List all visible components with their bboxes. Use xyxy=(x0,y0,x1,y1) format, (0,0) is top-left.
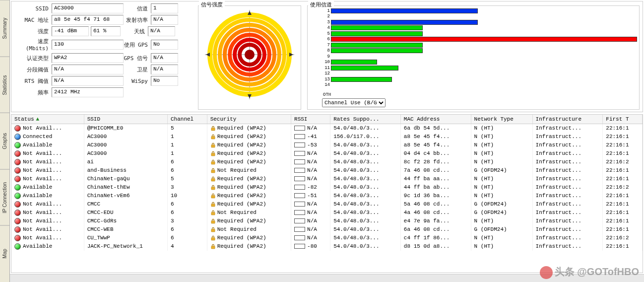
infra-cell: Infrastruct... xyxy=(532,217,603,225)
rssi-bar-icon xyxy=(294,202,305,207)
tab-map[interactable]: Map xyxy=(0,225,9,282)
ssid-cell: JACK-PC_Network_1 xyxy=(84,242,167,251)
mac-cell: c4 ff 1f 86... xyxy=(400,234,471,242)
nettype-cell: G (OFDM24) xyxy=(471,200,532,209)
status-text: Not Avail... xyxy=(23,218,62,224)
svg-rect-16 xyxy=(211,144,214,147)
status-text: Available xyxy=(23,243,52,249)
mac-cell: 44 ff ba aa... xyxy=(400,175,471,183)
col-header[interactable]: Network Type xyxy=(471,115,532,124)
channel-cell: 1 xyxy=(168,149,207,158)
table-row[interactable]: Not Avail...AC30001Required (WPA2)N/A54.… xyxy=(11,149,643,158)
status-orb-icon xyxy=(14,142,21,148)
table-row[interactable]: AvailableJACK-PC_Network_14Required (WPA… xyxy=(11,242,643,251)
ssid-cell: CMCC-WEB xyxy=(84,225,167,234)
lock-icon xyxy=(210,142,217,148)
infra-cell: Infrastruct... xyxy=(532,141,603,149)
infra-cell: Infrastruct... xyxy=(532,200,603,209)
table-row[interactable]: Not Avail...CU_TWwP6Required (WPA2)N/A54… xyxy=(11,234,643,242)
table-row[interactable]: AvailableChinaNet-thEw3Required (WPA2)-8… xyxy=(11,183,643,192)
network-table-wrap[interactable]: Status▲SSIDChannelSecurityRSSIRates Supp… xyxy=(11,114,643,273)
channel-bar xyxy=(331,43,423,48)
horizontal-scrollbar[interactable] xyxy=(10,274,644,282)
mac-cell: 6a db 54 5d... xyxy=(400,124,471,133)
channel-row: 2 xyxy=(322,14,637,20)
mac-cell: 04 d4 c4 bb... xyxy=(400,149,471,158)
channel-number: 9 xyxy=(322,54,331,59)
table-row[interactable]: Not Avail...CMCC-GdRs3Required (WPA2)N/A… xyxy=(11,217,643,225)
mac-cell: 44 ff ba ab... xyxy=(400,183,471,192)
mac-cell: 8c f2 28 fd... xyxy=(400,158,471,166)
col-header[interactable]: Security xyxy=(207,115,291,124)
infra-cell: Infrastruct... xyxy=(532,149,603,158)
tab-ip-connection[interactable]: IP Connection xyxy=(0,169,9,226)
signal-radar-icon xyxy=(205,10,294,99)
lock-icon xyxy=(210,226,217,232)
status-orb-icon xyxy=(14,184,21,191)
col-header[interactable]: Status▲ xyxy=(11,115,84,124)
table-row[interactable]: Not Avail...CMCC6Required (WPA2)N/A54.0/… xyxy=(11,200,643,209)
table-row[interactable]: ConnectedAC30001Required (WPA2)-41156.0/… xyxy=(11,133,643,141)
security-cell: Not Required xyxy=(207,209,291,217)
table-row[interactable]: Not Avail...@PHICOMM_E05Required (WPA2)N… xyxy=(11,124,643,133)
rssi-bar-icon xyxy=(294,193,305,198)
first-cell: 22:16:1 xyxy=(603,192,643,200)
rssi-text: -53 xyxy=(307,142,317,148)
mac-cell: 9c 1d 36 ba... xyxy=(400,192,471,200)
channel-row: 10 xyxy=(322,60,637,66)
col-header[interactable]: Channel xyxy=(168,115,207,124)
infra-cell: Infrastruct... xyxy=(532,225,603,234)
channel-row: 8 xyxy=(322,48,637,54)
col-header[interactable]: SSID xyxy=(84,115,167,124)
security-cell: Not Required xyxy=(207,225,291,234)
tab-summary[interactable]: Summary xyxy=(0,0,9,57)
auth-value: WPA2 xyxy=(52,53,124,63)
mac-cell: a8 5e 45 f4... xyxy=(400,133,471,141)
gps-signal-value: N/A xyxy=(151,53,178,63)
channel-number: 1 xyxy=(322,8,331,13)
channel-number: 5 xyxy=(322,31,331,36)
channel-number: 14 xyxy=(322,82,331,87)
oth-label: OTH xyxy=(322,92,637,97)
lock-icon xyxy=(210,218,217,224)
tab-statistics[interactable]: Statistics xyxy=(0,57,9,113)
channel-bar xyxy=(331,8,478,13)
col-header[interactable]: Rates Suppo... xyxy=(330,115,401,124)
col-header[interactable]: First T xyxy=(603,115,643,124)
nettype-cell: N (HT) xyxy=(471,158,532,166)
rssi-text: N/A xyxy=(307,125,317,131)
col-header[interactable]: RSSI xyxy=(291,115,330,124)
table-row[interactable]: Not Avail...ChinaNet-gaQu5Required (WPA2… xyxy=(11,175,643,183)
status-orb-icon xyxy=(14,193,21,199)
table-row[interactable]: AvailableAC30001Required (WPA2)-5354.0/4… xyxy=(11,141,643,149)
rssi-text: N/A xyxy=(307,150,317,156)
rates-cell: 54.0/48.0/3... xyxy=(330,242,401,251)
table-row[interactable]: Not Avail...and-Business6Not RequiredN/A… xyxy=(11,166,643,175)
rates-cell: 54.0/48.0/3... xyxy=(330,141,401,149)
nettype-cell: G (OFDM24) xyxy=(471,225,532,234)
table-row[interactable]: Not Avail...CMCC-EDU6Not RequiredN/A54.0… xyxy=(11,209,643,217)
table-row[interactable]: AvailableChinaNet-vEm610Required (WPA2)-… xyxy=(11,192,643,200)
lock-icon xyxy=(210,210,217,215)
tab-graphs[interactable]: Graphs xyxy=(0,113,9,169)
channel-use-select[interactable]: Channel Use (B/G xyxy=(322,98,386,107)
table-row[interactable]: Not Avail...CMCC-WEB6Not RequiredN/A54.0… xyxy=(11,225,643,234)
freq-label: 频率 xyxy=(14,89,52,96)
lock-icon xyxy=(210,193,217,199)
table-row[interactable]: Not Avail...ai6Required (WPA2)N/A54.0/48… xyxy=(11,158,643,166)
channel-bar xyxy=(331,20,478,25)
rts-label: RTS 阈值 xyxy=(14,77,52,85)
col-header[interactable]: MAC Address xyxy=(400,115,471,124)
first-cell: 22:16:1 xyxy=(603,209,643,217)
col-header[interactable]: Infrastructure xyxy=(532,115,603,124)
rssi-bar-icon xyxy=(294,176,305,181)
channel-number: 10 xyxy=(322,60,331,65)
infra-cell: Infrastruct... xyxy=(532,166,603,175)
rates-cell: 54.0/48.0/3... xyxy=(330,209,401,217)
svg-rect-19 xyxy=(211,170,214,173)
status-text: Not Avail... xyxy=(23,226,62,232)
infra-cell: Infrastruct... xyxy=(532,242,603,251)
channel-number: 2 xyxy=(322,14,331,19)
rssi-text: N/A xyxy=(307,201,317,207)
mac-cell: 5a 46 08 cd... xyxy=(400,200,471,209)
